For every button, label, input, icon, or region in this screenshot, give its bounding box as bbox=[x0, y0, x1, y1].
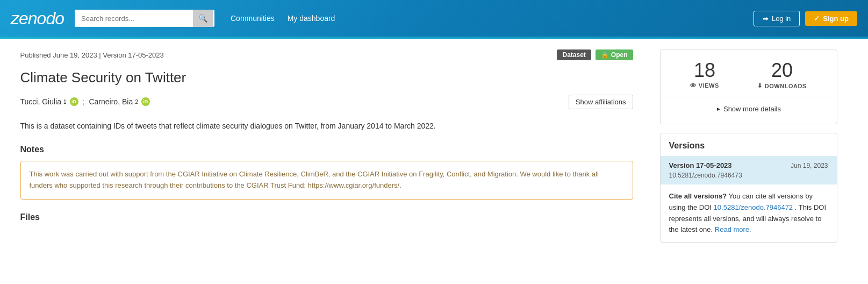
author-1-sup: 1 bbox=[63, 99, 67, 105]
stats-row: 18 👁 VIEWS 20 ⬇ DOWNLOADS bbox=[671, 61, 826, 89]
author-2-name: Carneiro, Bia bbox=[89, 97, 133, 106]
main-nav: Communities My dashboard bbox=[231, 14, 743, 23]
version-name: Version 17-05-2023 bbox=[669, 161, 732, 169]
downloads-label: ⬇ DOWNLOADS bbox=[757, 82, 806, 89]
cite-doi-link[interactable]: 10.5281/zenodo.7946472 bbox=[714, 203, 793, 211]
authors-list: Tucci, Giulia1 iD ; Carneiro, Bia2 iD bbox=[20, 97, 150, 106]
downloads-stat: 20 ⬇ DOWNLOADS bbox=[757, 61, 806, 89]
search-input[interactable] bbox=[75, 10, 193, 27]
published-info: Published June 19, 2023 | Version 17-05-… bbox=[20, 51, 164, 59]
views-count: 18 bbox=[690, 61, 719, 80]
show-more-link[interactable]: ► Show more details bbox=[671, 105, 826, 113]
versions-title: Versions bbox=[661, 133, 837, 156]
versions-box: Versions Version 17-05-2023 Jun 19, 2023… bbox=[660, 133, 837, 243]
views-label-text: VIEWS bbox=[699, 82, 719, 89]
login-icon: ➡ bbox=[763, 15, 769, 23]
version-item-header: Version 17-05-2023 Jun 19, 2023 bbox=[669, 161, 828, 169]
open-label: Open bbox=[611, 51, 628, 59]
stats-box: 18 👁 VIEWS 20 ⬇ DOWNLOADS ► Show bbox=[660, 49, 837, 124]
login-button[interactable]: ➡ Log in bbox=[754, 11, 800, 26]
published-date: Published June 19, 2023 bbox=[20, 51, 97, 59]
version-doi: 10.5281/zenodo.7946473 bbox=[669, 172, 828, 179]
download-icon: ⬇ bbox=[757, 82, 763, 89]
version-item: Version 17-05-2023 Jun 19, 2023 10.5281/… bbox=[661, 156, 837, 184]
version-info: Version 17-05-2023 bbox=[103, 51, 163, 59]
eye-icon: 👁 bbox=[690, 82, 697, 89]
lock-icon: 🔒 bbox=[601, 51, 609, 59]
header-actions: ➡ Log in ✓ Sign up bbox=[754, 11, 857, 26]
author-2-sup: 2 bbox=[135, 99, 138, 105]
views-stat: 18 👁 VIEWS bbox=[690, 61, 719, 89]
nav-communities[interactable]: Communities bbox=[231, 14, 275, 23]
open-badge: 🔒 Open bbox=[596, 49, 633, 60]
author-1-orcid[interactable]: iD bbox=[70, 97, 78, 106]
record-title: Climate Security on Twitter bbox=[20, 69, 633, 87]
content-area: Published June 19, 2023 | Version 17-05-… bbox=[15, 39, 649, 253]
downloads-label-text: DOWNLOADS bbox=[765, 83, 807, 89]
downloads-count: 20 bbox=[757, 61, 806, 80]
meta-line: Published June 19, 2023 | Version 17-05-… bbox=[20, 49, 633, 60]
version-date: Jun 19, 2023 bbox=[791, 162, 828, 169]
dataset-badge: Dataset bbox=[557, 49, 591, 60]
login-label: Log in bbox=[772, 15, 791, 23]
read-more-link[interactable]: Read more. bbox=[715, 225, 751, 233]
record-description: This is a dataset containing IDs of twee… bbox=[20, 120, 633, 132]
logo[interactable]: zenodo bbox=[11, 9, 64, 29]
author-1-name: Tucci, Giulia bbox=[20, 97, 62, 106]
notes-box: This work was carried out with support f… bbox=[20, 161, 633, 200]
search-bar: 🔍 bbox=[75, 10, 214, 27]
cite-label: Cite all versions? bbox=[669, 192, 727, 200]
show-affiliations-button[interactable]: Show affiliations bbox=[569, 95, 633, 109]
signup-icon: ✓ bbox=[814, 15, 820, 23]
badges: Dataset 🔒 Open bbox=[557, 49, 633, 60]
author-2-orcid[interactable]: iD bbox=[141, 97, 150, 106]
cite-section: Cite all versions? You can cite all vers… bbox=[661, 184, 837, 242]
search-button[interactable]: 🔍 bbox=[193, 10, 213, 27]
stats-divider bbox=[661, 97, 837, 97]
notes-section-title: Notes bbox=[20, 145, 633, 154]
files-section-title: Files bbox=[20, 212, 633, 222]
arrow-right-icon: ► bbox=[716, 106, 721, 112]
signup-button[interactable]: ✓ Sign up bbox=[805, 11, 857, 26]
nav-dashboard[interactable]: My dashboard bbox=[288, 14, 335, 23]
authors-line: Tucci, Giulia1 iD ; Carneiro, Bia2 iD Sh… bbox=[20, 95, 633, 109]
views-label: 👁 VIEWS bbox=[690, 82, 719, 89]
notes-text: This work was carried out with support f… bbox=[30, 170, 599, 189]
show-more-label: Show more details bbox=[723, 105, 781, 113]
sidebar: 18 👁 VIEWS 20 ⬇ DOWNLOADS ► Show bbox=[649, 39, 843, 253]
author-separator: ; bbox=[83, 97, 85, 106]
signup-label: Sign up bbox=[823, 15, 849, 23]
